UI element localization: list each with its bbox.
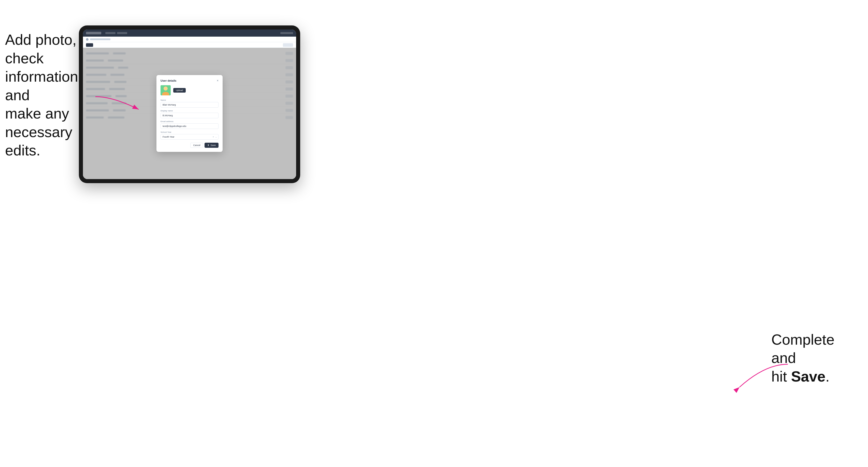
chevron-down-icon: ⌄ xyxy=(215,136,217,138)
app-nav xyxy=(105,32,127,34)
breadcrumb-icon xyxy=(86,38,89,41)
toolbar-primary-btn[interactable] xyxy=(86,43,93,47)
upload-photo-button[interactable]: Upload xyxy=(173,88,186,93)
clear-school-year-icon[interactable]: × xyxy=(213,135,214,138)
svg-point-3 xyxy=(163,87,168,91)
email-field-group: Email address xyxy=(160,120,219,129)
modal-title: User details xyxy=(160,79,176,82)
modal-close-button[interactable]: × xyxy=(217,79,219,82)
user-details-modal: User details × Upload xyxy=(156,75,223,152)
display-name-field-group: Display name xyxy=(160,110,219,118)
arrow-right-indicator xyxy=(727,362,790,393)
name-input[interactable] xyxy=(160,102,219,107)
display-name-label: Display name xyxy=(160,110,219,112)
modal-header: User details × xyxy=(160,79,219,82)
arrow-left-indicator xyxy=(93,94,149,116)
app-logo xyxy=(86,32,101,34)
display-name-input[interactable] xyxy=(160,113,219,118)
name-field-group: Name xyxy=(160,99,219,107)
cancel-button[interactable]: Cancel xyxy=(190,143,203,148)
toolbar-right-btn[interactable] xyxy=(283,43,293,47)
nav-item-groups xyxy=(117,32,127,34)
email-label: Email address xyxy=(160,120,219,123)
photo-thumbnail xyxy=(160,85,171,95)
school-year-select-wrapper: × ⌄ xyxy=(160,134,219,139)
save-button[interactable]: ⬆ Save xyxy=(205,143,219,148)
school-year-label: School Year xyxy=(160,131,219,133)
save-icon: ⬆ xyxy=(207,144,209,147)
photo-section: Upload xyxy=(160,85,219,95)
header-right-item xyxy=(280,32,293,34)
school-year-input[interactable] xyxy=(160,134,219,139)
school-year-field-group: School Year × ⌄ xyxy=(160,131,219,139)
name-label: Name xyxy=(160,99,219,101)
email-input[interactable] xyxy=(160,123,219,129)
breadcrumb-text xyxy=(90,38,111,40)
sub-header xyxy=(83,37,296,42)
nav-item-connections xyxy=(105,32,116,34)
app-header-right xyxy=(280,32,293,34)
app-header xyxy=(83,30,296,37)
modal-footer: Cancel ⬆ Save xyxy=(160,143,219,148)
save-label: Save xyxy=(210,144,216,147)
toolbar xyxy=(83,42,296,48)
